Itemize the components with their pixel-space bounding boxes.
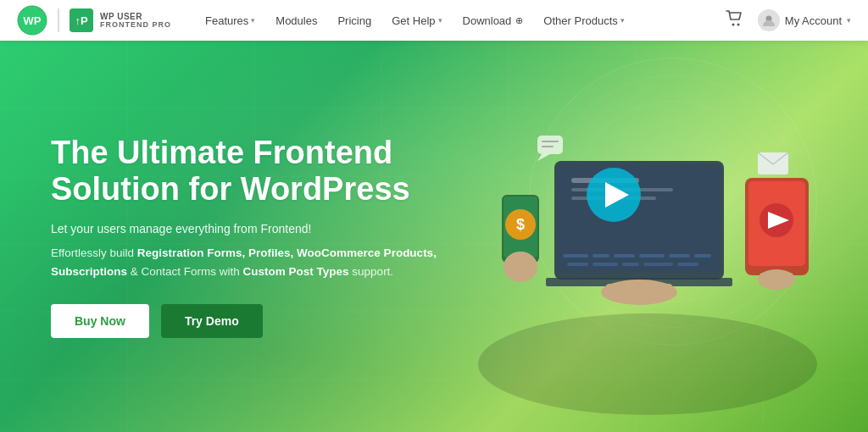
svg-rect-37 [677,263,698,266]
hero-subtitle: Let your users manage everything from Fr… [51,222,437,235]
svg-rect-29 [614,254,635,258]
svg-point-4 [732,23,734,25]
nav-features-label: Features [205,14,248,27]
svg-rect-27 [563,254,588,258]
nav-modules[interactable]: Modules [267,9,326,32]
buy-now-button[interactable]: Buy Now [51,304,149,338]
svg-rect-34 [593,263,618,266]
nav-get-help-label: Get Help [392,14,435,27]
account-label: My Account [785,14,842,27]
nav-download[interactable]: Download ⊕ [454,9,532,32]
svg-rect-30 [639,254,665,258]
logo-subtitle: FRONTEND PRO [100,21,171,30]
nav-other-products-label: Other Products [543,14,617,27]
account-dropdown-arrow: ▾ [847,16,851,25]
navbar-right: My Account ▾ [726,9,851,31]
nav-other-products-arrow: ▾ [620,16,625,25]
main-nav: Features ▾ Modules Pricing Get Help ▾ Do… [197,9,726,32]
svg-rect-55 [537,136,563,154]
hero-content: The Ultimate FrontendSolution for WordPr… [0,135,437,339]
svg-text:↑P: ↑P [75,14,88,27]
hero-title: The Ultimate FrontendSolution for WordPr… [51,135,437,208]
hero-devices-svg: $ [461,110,834,432]
svg-point-18 [478,313,817,415]
try-demo-button[interactable]: Try Demo [161,304,263,338]
hero-section: The Ultimate FrontendSolution for WordPr… [0,41,868,432]
svg-rect-31 [669,254,690,258]
logo-divider [58,8,59,32]
svg-rect-33 [567,263,588,266]
svg-rect-43 [605,284,673,296]
logo[interactable]: WP ↑P WP USER FRONTEND PRO [17,5,171,36]
svg-rect-28 [593,254,609,258]
account-menu[interactable]: My Account ▾ [758,9,851,31]
hero-illustration: $ [461,110,834,432]
svg-rect-32 [694,254,711,258]
nav-other-products[interactable]: Other Products ▾ [535,9,632,32]
svg-marker-56 [537,154,550,161]
nav-download-wp-icon: ⊕ [515,15,523,26]
nav-features[interactable]: Features ▾ [197,9,264,32]
hero-description: Effortlessly build Registration Forms, P… [51,244,437,280]
svg-rect-58 [542,146,554,147]
nav-get-help[interactable]: Get Help ▾ [383,9,450,32]
logo-text: WP USER FRONTEND PRO [100,12,171,30]
nav-features-arrow: ▾ [251,16,255,25]
svg-text:WP: WP [24,14,42,27]
account-avatar-icon [762,14,776,27]
svg-point-5 [737,23,739,25]
hero-desc-highlight: Custom Post Types [243,265,349,278]
nav-modules-label: Modules [275,14,317,27]
nav-get-help-arrow: ▾ [438,16,442,25]
logo-tagline: WP USER [100,12,171,21]
logo-icon: WP [17,5,47,36]
svg-rect-36 [643,263,673,266]
cart-icon [726,10,744,27]
account-avatar [758,9,780,31]
navbar: WP ↑P WP USER FRONTEND PRO Features ▾ Mo… [0,0,868,41]
svg-text:$: $ [516,216,525,233]
svg-rect-57 [542,141,559,142]
svg-rect-51 [760,273,793,283]
svg-rect-24 [505,258,536,271]
cart-button[interactable] [726,10,744,31]
nav-pricing[interactable]: Pricing [329,9,380,32]
brand-icon: ↑P [70,8,93,32]
nav-pricing-label: Pricing [337,14,371,27]
svg-rect-35 [622,263,639,266]
hero-buttons: Buy Now Try Demo [51,304,437,338]
nav-download-label: Download [463,14,512,27]
